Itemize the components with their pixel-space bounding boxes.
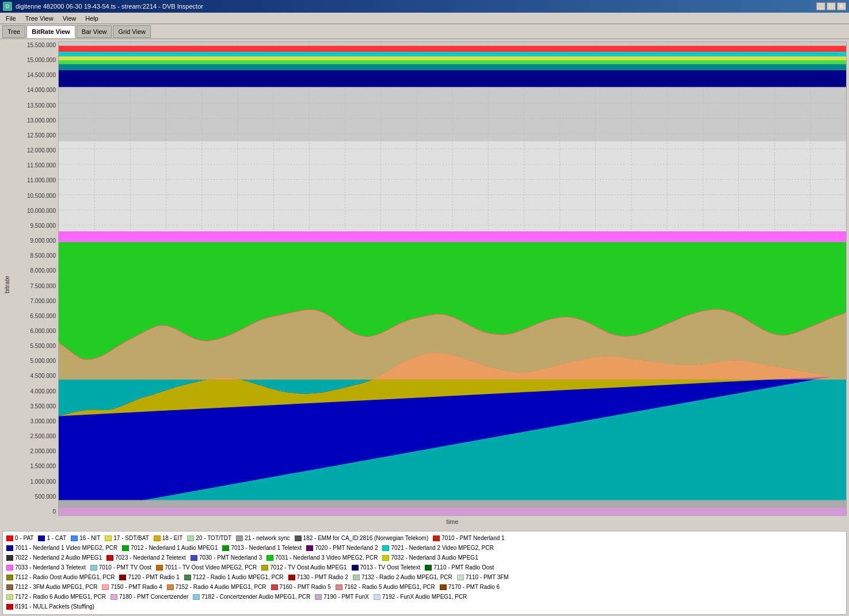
legend-label: 7011 - TV Oost Video MPEG2, PCR <box>165 563 257 572</box>
toolbar: Tree BitRate View Bar View Grid View <box>0 24 849 39</box>
legend-item-nit: 16 - NIT <box>71 534 100 543</box>
menu-file[interactable]: File <box>2 14 20 22</box>
x-axis-text: time <box>447 518 459 525</box>
legend-item-tottdt: 20 - TOT/TDT <box>187 534 231 543</box>
legend-label: 7162 - Radio 5 Audio MPEG1, PCR <box>344 583 435 592</box>
legend-item-pmt-radio1: 7120 - PMT Radio 1 <box>119 573 179 582</box>
legend-item-radio5-audio: 7162 - Radio 5 Audio MPEG1, PCR <box>336 583 435 592</box>
chart-area: bitrate 15.500.000 15.000.000 14.500.000… <box>0 39 849 530</box>
legend-item-tvoost-teletext: 7013 - TV Oost Teletext <box>352 563 421 572</box>
legend-label: 7110 - PMT 3FM <box>466 573 509 582</box>
y-tick: 10.000.000 <box>27 208 56 214</box>
y-tick: 4.000.000 <box>31 389 56 395</box>
legend-label: 7112 - Radio Oost Audio MPEG1, PCR <box>15 573 115 582</box>
legend-item-ned1-audio: 7012 - Nederland 1 Audio MPEG1 <box>122 544 218 553</box>
svg-rect-54 <box>59 46 846 52</box>
y-tick: 3.000.000 <box>31 419 56 424</box>
legend-label: 7021 - Nederland 2 Video MPEG2, PCR <box>391 544 493 553</box>
legend-label: 7030 - PMT Nederland 3 <box>199 553 262 563</box>
legend-item-null-packets: 8191 - NULL Packets (Stuffing) <box>6 602 94 611</box>
y-tick: 2.000.000 <box>31 449 56 454</box>
legend-row-3: 7022 - Nederland 2 Audio MPEG1 7023 - Ne… <box>6 553 843 563</box>
legend-label: 7010 - PMT TV Oost <box>99 563 151 572</box>
svg-rect-57 <box>59 60 846 64</box>
legend-label: 7150 - PMT Radio 4 <box>111 583 162 592</box>
y-tick: 3.500.000 <box>31 404 56 410</box>
legend-label: 7022 - Nederland 2 Audio MPEG1 <box>15 553 102 563</box>
legend-item-concertzender-audio: 7182 - Concertzender Audio MPEG1, PCR <box>193 592 310 602</box>
legend-item-pmt-funx: 7190 - PMT FunX <box>315 592 369 602</box>
chart-plot <box>58 41 847 516</box>
close-button[interactable]: ✕ <box>837 2 846 10</box>
y-tick: 6.500.000 <box>31 313 56 319</box>
y-tick: 14.000.000 <box>27 87 56 93</box>
legend-item-pmt-tvoost: 7010 - PMT TV Oost <box>90 563 151 572</box>
legend-item-sdtbat: 17 - SDT/BAT <box>105 534 149 543</box>
y-tick: 2.500.000 <box>31 434 56 439</box>
y-tick: 1.000.000 <box>31 479 56 485</box>
legend-item-ned3-audio: 7032 - Nederland 3 Audio MPEG1 <box>382 553 478 563</box>
chart-with-axes: 15.500.000 15.000.000 14.500.000 14.000.… <box>12 41 847 527</box>
y-tick: 15.500.000 <box>27 43 56 48</box>
y-axis-label: bitrate <box>2 41 11 527</box>
legend-label: 7160 - PMT Radio 5 <box>280 583 331 592</box>
minimize-button[interactable]: _ <box>816 2 825 10</box>
menu-view[interactable]: View <box>59 14 80 22</box>
main-content: bitrate 15.500.000 15.000.000 14.500.000… <box>0 39 849 616</box>
legend-item-funx-audio: 7192 - FunX Audio MPEG1, PCR <box>374 592 467 602</box>
svg-rect-64 <box>59 508 846 515</box>
legend-label: 7152 - Radio 4 Audio MPEG1, PCR <box>176 583 266 592</box>
menu-tree-view[interactable]: Tree View <box>22 14 57 22</box>
legend-row-8: 8191 - NULL Packets (Stuffing) <box>6 602 843 611</box>
legend-item-pmt-3fm: 7110 - PMT 3FM <box>457 573 509 582</box>
tab-grid-view[interactable]: Grid View <box>113 25 150 38</box>
maximize-button[interactable]: □ <box>827 2 836 10</box>
y-tick: 11.500.000 <box>27 163 56 169</box>
legend-label: 20 - TOT/TDT <box>196 534 231 543</box>
legend-row-6: 7112 - 3FM Audio MPEG1, PCR 7150 - PMT R… <box>6 583 843 592</box>
x-axis-label: time <box>58 516 847 527</box>
legend-label: 8191 - NULL Packets (Stuffing) <box>15 602 94 611</box>
legend-label: 16 - NIT <box>79 534 100 543</box>
legend-item-emm: 182 - EMM for CA_ID:2816 (Norwegian Tele… <box>295 534 429 543</box>
y-tick: 8.500.000 <box>31 253 56 259</box>
y-tick: 1.500.000 <box>31 464 56 469</box>
tab-bitrate-view[interactable]: BitRate View <box>26 25 75 38</box>
legend-item-eit: 18 - EIT <box>154 534 183 543</box>
legend-label: 7110 - PMT Radio Oost <box>433 563 494 572</box>
legend-item-radio6-audio: 7172 - Radio 6 Audio MPEG1, PCR <box>6 592 106 602</box>
menu-help[interactable]: Help <box>82 14 102 22</box>
tab-bar-view[interactable]: Bar View <box>77 25 112 38</box>
y-tick: 12.000.000 <box>27 148 56 154</box>
y-tick: 10.500.000 <box>27 193 56 199</box>
y-tick: 11.000.000 <box>27 178 56 183</box>
y-tick: 13.000.000 <box>27 118 56 124</box>
legend-label: 7112 - 3FM Audio MPEG1, PCR <box>15 583 97 592</box>
legend-label: 1 - CAT <box>47 534 66 543</box>
title-bar: D digitenne 482000 06-30 19-43-54.ts - s… <box>0 0 849 13</box>
legend-label: 21 - network sync <box>245 534 290 543</box>
legend-item-pat: 0 - PAT <box>6 534 33 543</box>
legend-row-2: 7011 - Nederland 1 Video MPEG2, PCR 7012… <box>6 544 843 553</box>
svg-rect-55 <box>59 52 846 56</box>
y-tick: 12.500.000 <box>27 133 56 139</box>
legend-label: 7012 - TV Oost Audio MPEG1 <box>270 563 347 572</box>
tab-tree[interactable]: Tree <box>2 25 25 38</box>
y-tick: 500.000 <box>35 494 56 500</box>
legend-item-ned2-audio: 7022 - Nederland 2 Audio MPEG1 <box>6 553 102 563</box>
legend-item-radio4-audio: 7152 - Radio 4 Audio MPEG1, PCR <box>167 583 266 592</box>
window-title: digitenne 482000 06-30 19-43-54.ts - str… <box>16 3 203 10</box>
legend-item-radio2-audio: 7132 - Radio 2 Audio MPEG1, PCR <box>353 573 452 582</box>
legend-item-pmt-radio6: 7170 - PMT Radio 6 <box>440 583 500 592</box>
y-tick: 9.000.000 <box>31 238 56 244</box>
legend-item-tvoost-video: 7011 - TV Oost Video MPEG2, PCR <box>156 563 257 572</box>
y-tick: 15.000.000 <box>27 58 56 63</box>
y-tick: 5.500.000 <box>31 343 56 349</box>
legend-item-ned2-teletext: 7023 - Nederland 2 Teletext <box>106 553 186 563</box>
svg-rect-58 <box>59 64 846 70</box>
legend-item-ned1-video: 7011 - Nederland 1 Video MPEG2, PCR <box>6 544 117 553</box>
legend-item-3fm-audio: 7112 - 3FM Audio MPEG1, PCR <box>6 583 97 592</box>
legend-label: 7013 - Nederland 1 Teletext <box>231 544 302 553</box>
y-tick: 14.500.000 <box>27 72 56 78</box>
app-icon: D <box>3 2 12 11</box>
